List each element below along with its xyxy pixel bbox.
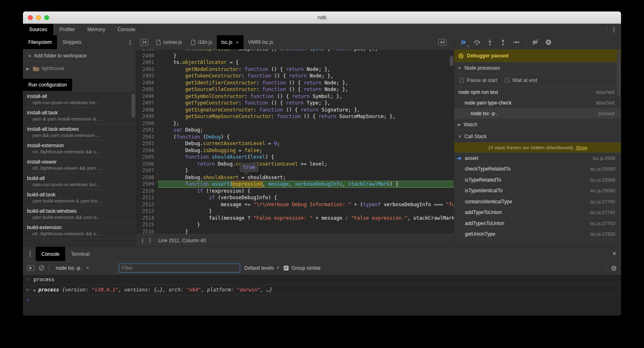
close-tab-icon[interactable]: ×: [236, 39, 239, 45]
group-similar-checkbox[interactable]: ✓ Group similar: [284, 265, 321, 271]
drawer-menu-icon[interactable]: [28, 250, 32, 257]
line-number[interactable]: 2505: [136, 154, 158, 161]
stack-frame[interactable]: addTypeToUniontsc.js:27742: [454, 207, 621, 218]
line-number[interactable]: 2511: [136, 194, 158, 201]
watch-header[interactable]: ▶Watch: [454, 119, 621, 131]
line-number[interactable]: 2515: [136, 221, 158, 228]
process-row[interactable]: node npm run testattached: [454, 87, 621, 98]
stack-frame[interactable]: checkTypeRelatedTotsc.js:29383: [454, 164, 621, 175]
code-line[interactable]: 2514 fail(message ? "False expression: "…: [136, 215, 454, 222]
step-over-icon[interactable]: [473, 39, 480, 46]
code-line[interactable]: 2494 getIdentifierConstructor: function …: [136, 80, 454, 86]
code-line[interactable]: 2502 (function (Debug) {: [136, 134, 454, 141]
run-config-item[interactable]: install-viewercd ./lighthouse-viewer && …: [23, 157, 136, 173]
stack-frame[interactable]: isTypeRelatedTotsc.js:29366: [454, 175, 621, 186]
wait-at-end-checkbox[interactable]: Wait at end: [505, 77, 537, 83]
main-tab-console[interactable]: Console: [111, 24, 141, 35]
stack-frame[interactable]: containsIdenticalTypetsc.js:27760: [454, 196, 621, 207]
file-tab-runner-js[interactable]: runner.js: [152, 35, 187, 49]
main-tab-sources[interactable]: Sources: [23, 24, 53, 35]
sidebar-tab-filesystem[interactable]: Filesystem: [23, 35, 57, 49]
run-config-item[interactable]: install-all:taskyarn & yarn install-exte…: [23, 108, 136, 124]
line-number[interactable]: 2496: [136, 93, 158, 100]
line-number[interactable]: 2499: [136, 113, 158, 120]
line-number[interactable]: 2512: [136, 201, 158, 208]
line-number[interactable]: 2516: [136, 228, 158, 234]
file-tab-tsc-js[interactable]: tsc.js×: [217, 35, 243, 49]
add-folder-button[interactable]: + Add folder to workspace: [23, 50, 136, 62]
expand-object-icon[interactable]: ▶: [34, 288, 36, 292]
line-number[interactable]: 2514: [136, 215, 158, 222]
sidebar-scrollbar[interactable]: [132, 94, 135, 118]
step-icon[interactable]: [512, 39, 520, 46]
stack-frame[interactable]: asserttsc.js:2509: [454, 153, 621, 164]
sidebar-tab-snippets[interactable]: Snippets: [57, 35, 87, 49]
line-number[interactable]: 2509: [136, 181, 158, 188]
line-number[interactable]: 2502: [136, 134, 158, 141]
stack-frame[interactable]: isTypeIdenticalTotsc.js:29080: [454, 186, 621, 197]
editor-scrollbar[interactable]: [450, 56, 453, 66]
code-editor[interactable]: 2489 this.skipTrivia = skipTrivia || (fu…: [136, 50, 454, 234]
clear-console-icon[interactable]: [39, 265, 45, 271]
code-line[interactable]: 2497 getTypeConstructor: function () { r…: [136, 100, 454, 107]
code-line[interactable]: 2505 function shouldAssert(level) {: [136, 154, 454, 161]
close-drawer-icon[interactable]: ×: [612, 250, 616, 257]
code-line[interactable]: 2492 getNodeConstructor: function () { r…: [136, 66, 454, 73]
run-config-item[interactable]: install-allnpm-run-posix-or-windows ins…: [23, 91, 136, 108]
code-line[interactable]: 2499 getSourceMapSourceConstructor: func…: [136, 113, 454, 120]
pretty-print-icon[interactable]: { }: [141, 238, 152, 243]
code-line[interactable]: 2493 getTokenConstructor: function () { …: [136, 73, 454, 80]
console-prompt-row[interactable]: ›: [23, 295, 621, 305]
line-number[interactable]: 2492: [136, 66, 158, 73]
file-tab-vm69-tsc-js[interactable]: VM69 tsc.js: [243, 35, 278, 49]
pause-on-exceptions-icon[interactable]: [545, 39, 552, 46]
code-line[interactable]: 2503 Debug.currentAssertionLevel = 0;: [136, 140, 454, 147]
line-number[interactable]: 2500: [136, 120, 158, 127]
code-line[interactable]: 2498 getSignatureConstructor: function (…: [136, 107, 454, 114]
line-number[interactable]: 2491: [136, 59, 158, 66]
line-number[interactable]: 2506: [136, 161, 158, 168]
hide-navigator-icon[interactable]: [140, 39, 148, 45]
code-line[interactable]: 2490 }: [136, 52, 454, 59]
line-number[interactable]: 2510: [136, 188, 158, 195]
pause-at-start-checkbox[interactable]: Pause at start: [459, 77, 497, 83]
line-number[interactable]: 2497: [136, 100, 158, 107]
console-result-row[interactable]: <·▶process {version: "v10.4.1", versions…: [23, 285, 621, 295]
execution-context-selector[interactable]: node tsc -p . ▼: [53, 265, 115, 271]
run-config-item[interactable]: build-all:taskyarn build-extension & yar…: [23, 190, 136, 206]
workspace-folder-lighthouse[interactable]: ▶ lighthouse: [23, 62, 136, 75]
code-line[interactable]: 2513 }: [136, 208, 454, 215]
line-number[interactable]: 2498: [136, 107, 158, 114]
main-tab-profiler[interactable]: Profiler: [53, 24, 81, 35]
line-number[interactable]: 2495: [136, 86, 158, 93]
run-config-item[interactable]: install-extensioncd ./lighthouse-extensi…: [23, 141, 136, 157]
line-number[interactable]: 2493: [136, 73, 158, 80]
code-line[interactable]: 2507 }: [136, 167, 454, 174]
code-line[interactable]: 2506 return Debug.currentAssertionLevel …: [136, 161, 454, 168]
file-tab-i18n-js[interactable]: i18n.js: [187, 35, 217, 49]
more-options-icon[interactable]: [612, 26, 616, 33]
execution-line[interactable]: 2509 function assert(expression, message…: [136, 181, 454, 188]
main-tab-memory[interactable]: Memory: [81, 24, 111, 35]
code-line[interactable]: 2496 getSymbolConstructor: function () {…: [136, 93, 454, 100]
line-number[interactable]: 2490: [136, 52, 158, 59]
code-line[interactable]: 2512 message += "\r\nVerbose Debug Infor…: [136, 201, 454, 208]
console-filter-input[interactable]: [119, 264, 240, 273]
code-line[interactable]: 2495 getSourceFileConstructor: function …: [136, 86, 454, 93]
chevron-right-icon[interactable]: ▶: [26, 66, 30, 71]
run-config-item[interactable]: build-all:task:windowsyarn build-extensi…: [23, 206, 136, 223]
run-config-item[interactable]: build-allnpm-run-posix-or-windows bui…: [23, 173, 136, 190]
stack-frame[interactable]: addTypesToUniontsc.js:27753: [454, 218, 621, 229]
line-number[interactable]: 2494: [136, 80, 158, 86]
debugger-panel-scrollbar[interactable]: [617, 50, 621, 97]
process-row[interactable]: node tsc -p .paused: [454, 108, 621, 119]
node-processes-header[interactable]: ▼Node processes: [454, 62, 621, 74]
line-number[interactable]: 2504: [136, 147, 158, 154]
run-config-item[interactable]: install-all:task:windowsyarn && yarn ins…: [23, 124, 136, 141]
expand-console-icon[interactable]: [27, 265, 34, 271]
show-debugger-icon[interactable]: [438, 39, 446, 45]
sidebar-more-icon[interactable]: [128, 39, 132, 46]
process-row[interactable]: node yarn type-checkattached: [454, 98, 621, 108]
line-number[interactable]: 2507: [136, 167, 158, 174]
code-line[interactable]: 2508 Debug.shouldAssert = shouldAssert;: [136, 174, 454, 181]
